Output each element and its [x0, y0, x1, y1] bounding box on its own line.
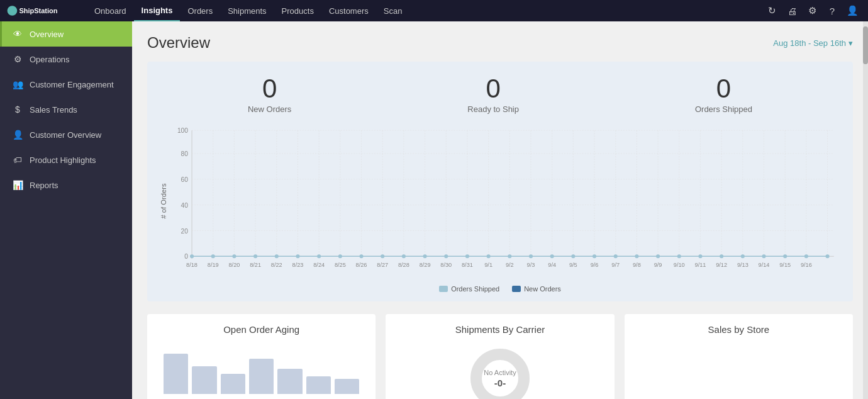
- legend-label-new: New Orders: [524, 285, 561, 293]
- svg-point-67: [635, 254, 638, 258]
- svg-point-70: [698, 254, 702, 258]
- sidebar-item-overview[interactable]: 👁 Overview: [0, 21, 132, 47]
- legend-color-new: [512, 286, 521, 292]
- svg-text:8/26: 8/26: [356, 262, 367, 268]
- date-range-label: Aug 18th - Sep 16th: [773, 38, 846, 48]
- card-title-open-order-aging: Open Order Aging: [157, 324, 365, 335]
- chevron-down-icon: ▾: [849, 38, 853, 48]
- svg-point-64: [571, 254, 575, 258]
- svg-text:60: 60: [181, 176, 189, 183]
- user-button[interactable]: 👤: [843, 1, 862, 20]
- sidebar-label-operations: Operations: [30, 55, 70, 64]
- bar-7: [335, 379, 359, 394]
- svg-text:9/13: 9/13: [737, 262, 748, 268]
- stats-chart-card: 0 New Orders 0 Ready to Ship 0 Orders Sh…: [147, 62, 853, 301]
- print-button[interactable]: 🖨: [782, 1, 801, 20]
- svg-text:8/30: 8/30: [440, 262, 452, 268]
- svg-text:9/2: 9/2: [506, 262, 514, 268]
- stat-value-ready: 0: [467, 74, 519, 103]
- nav-customers[interactable]: Customers: [321, 0, 376, 21]
- svg-text:9/15: 9/15: [779, 262, 791, 268]
- svg-text:100: 100: [177, 127, 188, 134]
- bar-4: [249, 359, 274, 394]
- nav-scan[interactable]: Scan: [376, 0, 410, 21]
- svg-point-50: [275, 254, 279, 258]
- svg-text:8/27: 8/27: [377, 262, 388, 268]
- svg-text:9/8: 9/8: [633, 262, 641, 268]
- svg-point-56: [402, 254, 406, 258]
- scrollbar-thumb[interactable]: [863, 26, 868, 64]
- date-range-picker[interactable]: Aug 18th - Sep 16th ▾: [773, 38, 853, 48]
- svg-text:0: 0: [184, 254, 188, 261]
- svg-text:80: 80: [181, 150, 189, 157]
- svg-point-73: [762, 254, 765, 258]
- sidebar-label-sales-trends: Sales Trends: [30, 105, 77, 115]
- svg-point-51: [296, 254, 299, 258]
- svg-text:9/6: 9/6: [591, 262, 599, 268]
- svg-text:8/24: 8/24: [313, 262, 325, 268]
- svg-text:9/10: 9/10: [674, 262, 685, 268]
- svg-point-69: [677, 254, 681, 258]
- bar-chart-open-order-aging: [157, 344, 365, 394]
- gear-icon: ⚙: [12, 54, 23, 64]
- svg-point-63: [550, 254, 554, 258]
- nav-products[interactable]: Products: [274, 0, 321, 21]
- svg-text:8/31: 8/31: [462, 262, 473, 268]
- bar-3: [221, 374, 245, 394]
- sidebar-item-product-highlights[interactable]: 🏷 Product Highlights: [0, 147, 132, 172]
- group-icon: 👥: [12, 79, 23, 89]
- nav-orders[interactable]: Orders: [180, 0, 220, 21]
- svg-text:9/11: 9/11: [695, 262, 706, 268]
- sidebar-label-customer-overview: Customer Overview: [30, 130, 101, 140]
- app-layout: 👁 Overview ⚙ Operations 👥 Customer Engag…: [0, 21, 868, 399]
- sidebar-item-sales-trends[interactable]: $ Sales Trends: [0, 97, 132, 122]
- sidebar-item-operations[interactable]: ⚙ Operations: [0, 47, 132, 72]
- legend-orders-shipped: Orders Shipped: [439, 285, 499, 293]
- nav-shipments[interactable]: Shipments: [220, 0, 274, 21]
- card-sales-by-store: Sales by Store: [625, 314, 853, 399]
- tag-icon: 🏷: [12, 155, 23, 165]
- nav-insights[interactable]: Insights: [134, 0, 181, 21]
- chart-svg: # of Orders 100 80 60 40: [160, 124, 840, 278]
- nav-links: Onboard Insights Orders Shipments Produc…: [87, 0, 762, 21]
- refresh-button[interactable]: ↻: [762, 1, 781, 20]
- svg-point-107: [476, 354, 524, 399]
- svg-text:9/7: 9/7: [611, 262, 620, 268]
- svg-point-61: [508, 254, 511, 258]
- svg-point-60: [487, 254, 491, 258]
- svg-text:9/9: 9/9: [654, 262, 662, 268]
- chart-legend: Orders Shipped New Orders: [160, 285, 840, 293]
- svg-point-62: [529, 254, 533, 258]
- svg-text:9/1: 9/1: [484, 262, 492, 268]
- svg-text:8/20: 8/20: [228, 262, 240, 268]
- main-content: Overview Aug 18th - Sep 16th ▾ 0 New Ord…: [132, 21, 868, 399]
- card-title-sales-by-store: Sales by Store: [635, 324, 843, 335]
- sidebar-label-customer-engagement: Customer Engagement: [30, 80, 114, 89]
- scrollbar-track[interactable]: [863, 21, 868, 399]
- svg-text:20: 20: [181, 228, 189, 235]
- eye-icon: 👁: [12, 29, 23, 39]
- no-activity-text: No Activity: [484, 369, 516, 376]
- svg-text:8/22: 8/22: [271, 262, 282, 268]
- svg-text:9/3: 9/3: [527, 262, 535, 268]
- svg-point-0: [8, 6, 18, 16]
- svg-text:8/28: 8/28: [398, 262, 409, 268]
- nav-onboard[interactable]: Onboard: [87, 0, 134, 21]
- help-button[interactable]: ?: [823, 1, 842, 20]
- svg-point-68: [656, 254, 660, 258]
- svg-point-76: [825, 254, 829, 258]
- svg-text:9/5: 9/5: [569, 262, 577, 268]
- bottom-cards: Open Order Aging Shipments By Carrier: [147, 314, 853, 399]
- sidebar-item-customer-engagement[interactable]: 👥 Customer Engagement: [0, 72, 132, 97]
- settings-button[interactable]: ⚙: [803, 1, 821, 20]
- svg-point-66: [614, 254, 618, 258]
- chart-icon: 📊: [12, 180, 23, 190]
- donut-chart-container: No Activity -0-: [396, 344, 604, 399]
- sidebar-item-customer-overview[interactable]: 👤 Customer Overview: [0, 122, 132, 147]
- page-header: Overview Aug 18th - Sep 16th ▾: [147, 34, 853, 52]
- stat-label-new-orders: New Orders: [248, 104, 291, 114]
- logo[interactable]: ShipStation: [6, 4, 75, 18]
- sidebar: 👁 Overview ⚙ Operations 👥 Customer Engag…: [0, 21, 132, 399]
- sidebar-item-reports[interactable]: 📊 Reports: [0, 172, 132, 198]
- svg-point-47: [211, 254, 215, 258]
